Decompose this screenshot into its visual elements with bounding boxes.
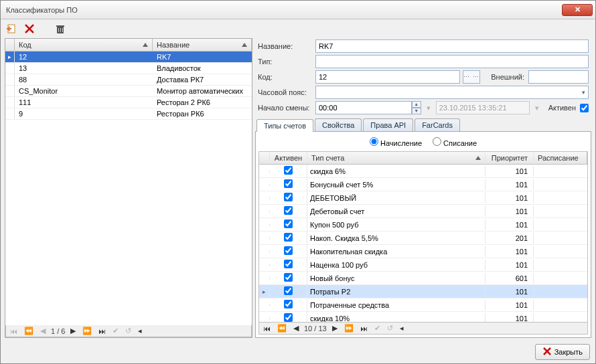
- external-field[interactable]: [528, 70, 589, 84]
- account-type-row[interactable]: Накоп. Скидка 5,5%201: [259, 232, 587, 245]
- nav-cancel[interactable]: ↺: [124, 327, 133, 335]
- tab-2[interactable]: Права API: [363, 118, 413, 131]
- row-active-checkbox[interactable]: [284, 246, 293, 255]
- row-active-checkbox[interactable]: [284, 233, 293, 242]
- spin-down[interactable]: ▼: [412, 108, 421, 114]
- classifier-row[interactable]: 13Владивосток: [5, 63, 252, 74]
- nav-next[interactable]: ▶: [69, 327, 77, 335]
- classifier-row[interactable]: CS_MonitorМонитор автоматических: [5, 86, 252, 97]
- code-ellipsis-button[interactable]: ⋯ ⋯: [463, 70, 480, 84]
- col-acctype[interactable]: Тип счета: [307, 152, 486, 164]
- tab-3[interactable]: FarCards: [415, 118, 460, 131]
- account-type-row[interactable]: Накопительная скидка101: [259, 245, 587, 258]
- row-active-checkbox[interactable]: [284, 206, 293, 215]
- acc-nav-position: 10 / 13: [304, 325, 327, 333]
- code-field[interactable]: [315, 70, 460, 84]
- titlebar: Классификаторы ПО ✕: [1, 1, 595, 19]
- svg-rect-7: [58, 28, 59, 32]
- nav-nextpage[interactable]: ⏩: [81, 327, 93, 335]
- acc-nav-expand[interactable]: ◂: [398, 324, 405, 333]
- window-title: Классификаторы ПО: [3, 6, 562, 14]
- label-tz: Часовой пояс:: [258, 88, 311, 96]
- account-type-row[interactable]: Наценка 100 руб101: [259, 258, 587, 272]
- row-active-checkbox[interactable]: [284, 273, 293, 282]
- name-field[interactable]: [315, 39, 589, 53]
- row-active-checkbox[interactable]: [284, 286, 293, 295]
- row-active-checkbox[interactable]: [284, 300, 293, 308]
- left-navigator: ⏮ ⏪ ◀ 1 / 6 ▶ ⏩ ⏭ ✔ ↺ ◂: [5, 325, 252, 337]
- acc-nav-next[interactable]: ▶: [331, 324, 339, 333]
- account-type-row[interactable]: Потраченные средства101: [259, 298, 587, 312]
- account-type-row[interactable]: Купон 500 руб101: [259, 218, 587, 232]
- account-type-row[interactable]: Дебетовый счет101: [259, 205, 587, 218]
- classifier-row[interactable]: 88Доставка РК7: [5, 74, 252, 86]
- nav-first[interactable]: ⏮: [9, 327, 19, 335]
- col-priority[interactable]: Приоритет: [486, 152, 534, 164]
- tab-strip: Типы счетовСвойстваПрава APIFarCards: [255, 117, 591, 132]
- new-icon[interactable]: [6, 23, 18, 35]
- active-checkbox[interactable]: [580, 104, 589, 112]
- nav-expand[interactable]: ◂: [137, 327, 143, 335]
- col-code[interactable]: Код: [15, 39, 153, 51]
- nav-position: 1 / 6: [51, 327, 65, 335]
- row-active-checkbox[interactable]: [284, 313, 293, 322]
- label-name: Название:: [258, 42, 311, 50]
- shift-time-input[interactable]: [315, 101, 412, 114]
- col-active[interactable]: Активен: [270, 152, 307, 164]
- label-active: Активен: [548, 104, 576, 112]
- row-active-checkbox[interactable]: [284, 219, 293, 228]
- account-type-row[interactable]: Бонусный счет 5%101: [259, 178, 587, 191]
- radio-writeoff[interactable]: Списание: [433, 137, 477, 147]
- spin-up[interactable]: ▲: [412, 101, 421, 108]
- shift-time-spinner[interactable]: ▲▼: [315, 101, 421, 114]
- row-active-checkbox[interactable]: [284, 166, 293, 175]
- radio-accrual[interactable]: Начисление: [370, 137, 422, 147]
- close-icon: [542, 347, 552, 357]
- tab-body-accounts: Начисление Списание Активен Тип счета Пр…: [255, 132, 591, 338]
- tab-1[interactable]: Свойства: [315, 118, 362, 131]
- shift-dropdown[interactable]: ▾: [425, 104, 432, 112]
- col-schedule[interactable]: Расписание: [534, 152, 587, 164]
- nav-last[interactable]: ⏭: [97, 327, 107, 335]
- label-shift: Начало смены:: [258, 104, 311, 112]
- type-field[interactable]: [315, 55, 589, 68]
- tz-combo[interactable]: ▾: [315, 86, 589, 99]
- svg-rect-9: [62, 28, 63, 32]
- row-active-checkbox[interactable]: [284, 179, 293, 188]
- account-type-row[interactable]: Новый бонус601: [259, 272, 587, 285]
- row-active-checkbox[interactable]: [284, 193, 293, 201]
- acc-nav-prev[interactable]: ◀: [292, 324, 300, 333]
- classifier-row[interactable]: 111Ресторан 2 РК6: [5, 97, 252, 108]
- toolbar: [1, 19, 595, 38]
- delete-icon[interactable]: [23, 23, 35, 35]
- tab-0[interactable]: Типы счетов: [256, 119, 313, 132]
- nav-prevpage[interactable]: ⏪: [23, 327, 35, 335]
- account-type-row[interactable]: скидка 6%101: [259, 165, 587, 178]
- window-close-button[interactable]: ✕: [562, 4, 593, 16]
- nav-prev[interactable]: ◀: [39, 327, 47, 335]
- close-button[interactable]: Закрыть: [535, 344, 590, 360]
- account-type-row[interactable]: скидка 10%101: [259, 312, 587, 323]
- account-type-row[interactable]: ▸Потраты P2101: [259, 285, 587, 298]
- svg-rect-6: [56, 25, 64, 27]
- trash-icon[interactable]: [54, 23, 66, 35]
- row-active-checkbox[interactable]: [284, 260, 293, 268]
- classifier-row[interactable]: ▸12RK7: [5, 52, 252, 63]
- nav-commit[interactable]: ✔: [111, 327, 120, 335]
- timestamp-dropdown: ▾: [534, 104, 540, 112]
- account-type-row[interactable]: ДЕБЕТОВЫЙ101: [259, 191, 587, 205]
- acc-nav-cancel[interactable]: ↺: [386, 324, 394, 333]
- label-external: Внешний:: [484, 73, 524, 81]
- details-pane: Название: Тип: Код: ⋯ ⋯ Внешний: Часовой…: [255, 38, 591, 338]
- acc-nav-last[interactable]: ⏭: [359, 325, 369, 333]
- acc-navigator: ⏮ ⏪ ◀ 10 / 13 ▶ ⏩ ⏭ ✔ ↺ ◂: [258, 323, 588, 335]
- col-name[interactable]: Название: [153, 39, 252, 51]
- label-code: Код:: [258, 73, 311, 81]
- acc-nav-nextpage[interactable]: ⏩: [343, 324, 355, 333]
- acc-nav-commit[interactable]: ✔: [373, 324, 382, 333]
- acc-nav-prevpage[interactable]: ⏪: [276, 324, 288, 333]
- acc-nav-first[interactable]: ⏮: [262, 325, 272, 333]
- classifier-row[interactable]: 9Ресторан РК6: [5, 108, 252, 120]
- timestamp-field: [436, 101, 530, 114]
- classifiers-grid: Код Название ▸12RK713Владивосток88Достав…: [5, 38, 252, 338]
